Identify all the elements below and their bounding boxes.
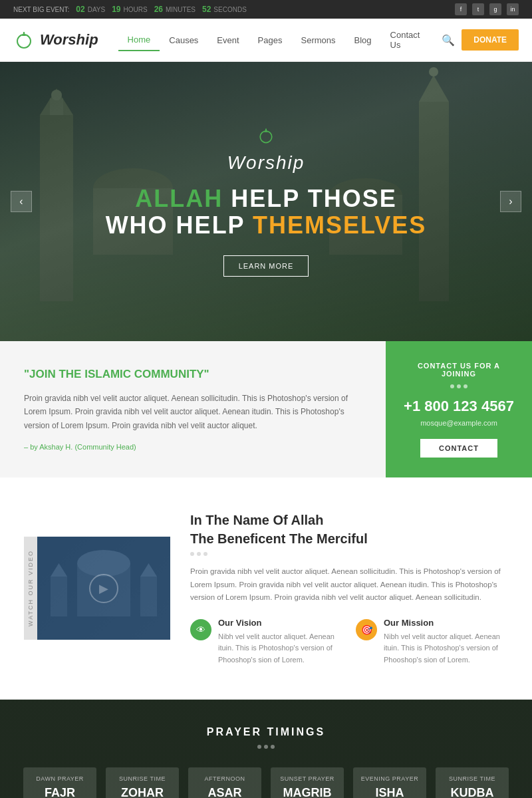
- prayer-name-1: ZOHAR: [111, 786, 174, 798]
- vision-text: Nibh vel velit auctor aliquet. Aenean it…: [218, 631, 342, 666]
- contact-dots: [450, 384, 467, 388]
- learn-more-button[interactable]: LEARN MORE: [223, 255, 309, 277]
- dot-c: [203, 552, 207, 556]
- svg-rect-22: [140, 577, 157, 616]
- hero-green-text: ALLAH: [135, 185, 231, 212]
- nav-home[interactable]: Home: [118, 29, 160, 51]
- p-dot-3: [271, 745, 275, 749]
- hero-prev-button[interactable]: ‹: [11, 191, 32, 212]
- hero-content: Worship ALLAH HELP THOSE WHO HELP THEMSE…: [106, 126, 427, 277]
- google-plus-icon[interactable]: g: [489, 3, 501, 15]
- p-dot-1: [257, 745, 261, 749]
- dot-1: [450, 384, 454, 388]
- prayer-grid: Dawn Prayer FAJR 4:01 AM Sunrise Time ZO…: [20, 767, 512, 798]
- community-author: – by Akshay H. (Community Head): [24, 443, 362, 451]
- navbar: Worship Home Causes Event Pages Sermons …: [0, 19, 532, 62]
- svg-rect-4: [40, 115, 73, 301]
- about-title: In The Name Of Allah The Beneficent The …: [190, 511, 508, 548]
- prayer-label-2: Afternoon: [194, 775, 256, 782]
- svg-rect-6: [50, 98, 63, 115]
- top-bar: NEXT BIG EVENT: 02 DAYS 19 HOURS 26 MINU…: [0, 0, 532, 19]
- contact-button[interactable]: CONTACT: [420, 439, 497, 458]
- community-text: Proin gravida nibh vel velit auctor aliq…: [24, 392, 362, 432]
- svg-point-7: [51, 90, 62, 100]
- mission-content: Our Mission Nibh vel velit auctor alique…: [384, 618, 508, 666]
- video-container: WATCH OUR VIDEO ▶: [24, 537, 170, 640]
- mission-text: Nibh vel velit auctor aliquet. Aenean it…: [384, 631, 508, 666]
- dot-2: [457, 384, 461, 388]
- facebook-icon[interactable]: f: [455, 3, 467, 15]
- countdown-seconds: 52 SECONDS: [202, 5, 247, 14]
- p-dot-2: [264, 745, 268, 749]
- prayer-name-5: KUDBA: [441, 786, 503, 798]
- nav-pages[interactable]: Pages: [249, 30, 292, 51]
- hero-yellow-text: THEMSELVES: [253, 211, 426, 239]
- nav-actions: 🔍 DONATE: [442, 29, 519, 51]
- prayer-card-kudba: Sunrise Time KUDBA 2:00 PM: [436, 767, 509, 798]
- hero-headline-2: WHO HELP THEMSELVES: [106, 211, 427, 239]
- video-thumbnail[interactable]: ▶: [37, 537, 170, 640]
- mission-title: Our Mission: [384, 618, 508, 628]
- svg-point-20: [77, 550, 130, 577]
- about-content: In The Name Of Allah The Beneficent The …: [190, 511, 508, 666]
- prayer-name-4: ISHA: [358, 786, 421, 798]
- countdown-minutes: 26 MINUTES: [154, 5, 196, 14]
- hero-headline-1: ALLAH HELP THOSE: [106, 186, 427, 212]
- logo[interactable]: Worship: [13, 29, 98, 51]
- nav-causes[interactable]: Causes: [160, 30, 207, 51]
- mission-icon: 🎯: [356, 619, 377, 640]
- prayer-label-3: Sunset Prayer: [276, 775, 338, 782]
- prayer-label-1: Sunrise Time: [111, 775, 174, 782]
- svg-point-12: [429, 67, 438, 76]
- vision-content: Our Vision Nibh vel velit auctor aliquet…: [218, 618, 342, 666]
- prayer-name-0: FAJR: [29, 786, 91, 798]
- nav-blog[interactable]: Blog: [345, 30, 381, 51]
- svg-rect-21: [51, 577, 67, 616]
- nav-sermons[interactable]: Sermons: [291, 30, 344, 51]
- social-links: f t g in: [455, 3, 519, 15]
- about-text: Proin gravida nibh vel velit auctor aliq…: [190, 565, 508, 604]
- prayer-card-isha: Evening Prayer ISHA 9:00 PM: [353, 767, 426, 798]
- dot-b: [197, 552, 201, 556]
- donate-button[interactable]: DONATE: [462, 29, 519, 51]
- prayer-label-5: Sunrise Time: [441, 775, 503, 782]
- hero-brand-text: Worship: [106, 152, 427, 174]
- event-label: NEXT BIG EVENT:: [13, 6, 69, 13]
- mission-feature: 🎯 Our Mission Nibh vel velit auctor aliq…: [356, 618, 508, 666]
- community-right: CONTACT US FOR A JOINING +1 800 123 4567…: [386, 341, 532, 477]
- instagram-icon[interactable]: in: [507, 3, 519, 15]
- twitter-icon[interactable]: t: [472, 3, 484, 15]
- community-left: "JOIN THE ISLAMIC COMMUNITY" Proin gravi…: [0, 341, 386, 477]
- vision-icon: 👁: [190, 619, 211, 640]
- vision-title: Our Vision: [218, 618, 342, 628]
- contact-phone: +1 800 123 4567: [404, 398, 514, 415]
- prayer-card-fajr: Dawn Prayer FAJR 4:01 AM: [23, 767, 96, 798]
- prayer-section: PRAYER TIMINGS Dawn Prayer FAJR 4:01 AM …: [0, 700, 532, 798]
- prayer-name-2: ASAR: [194, 786, 256, 798]
- search-button[interactable]: 🔍: [442, 34, 455, 47]
- countdown-area: NEXT BIG EVENT: 02 DAYS 19 HOURS 26 MINU…: [13, 5, 247, 14]
- logo-icon: [13, 29, 35, 51]
- prayer-card-magrib: Sunset Prayer MAGRIB 7:15 PM: [271, 767, 344, 798]
- prayer-name-3: MAGRIB: [276, 786, 338, 798]
- prayer-label-4: Evening Prayer: [358, 775, 421, 782]
- about-dots: [190, 552, 508, 556]
- nav-event[interactable]: Event: [207, 30, 248, 51]
- hero-logo-icon: [106, 126, 427, 150]
- countdown-hours: 19 HOURS: [112, 5, 147, 14]
- hero-section: ‹ Worship ALLAH HELP THOSE WHO HELP THEM…: [0, 62, 532, 341]
- nav-contact[interactable]: Contact Us: [381, 25, 442, 55]
- about-features: 👁 Our Vision Nibh vel velit auctor aliqu…: [190, 618, 508, 666]
- svg-point-0: [17, 35, 31, 48]
- prayer-dots: [20, 745, 512, 749]
- svg-point-15: [260, 131, 272, 143]
- contact-email: mosque@example.com: [420, 419, 497, 427]
- community-section: "JOIN THE ISLAMIC COMMUNITY" Proin gravi…: [0, 341, 532, 477]
- prayer-label-0: Dawn Prayer: [29, 775, 91, 782]
- prayer-title: PRAYER TIMINGS: [20, 726, 512, 738]
- countdown-days: 02 DAYS: [76, 5, 105, 14]
- about-section: WATCH OUR VIDEO ▶ In The Name Of Allah T…: [0, 477, 532, 699]
- contact-label: CONTACT US FOR A JOINING: [402, 362, 516, 378]
- dot-3: [464, 384, 467, 388]
- hero-next-button[interactable]: ›: [500, 191, 521, 212]
